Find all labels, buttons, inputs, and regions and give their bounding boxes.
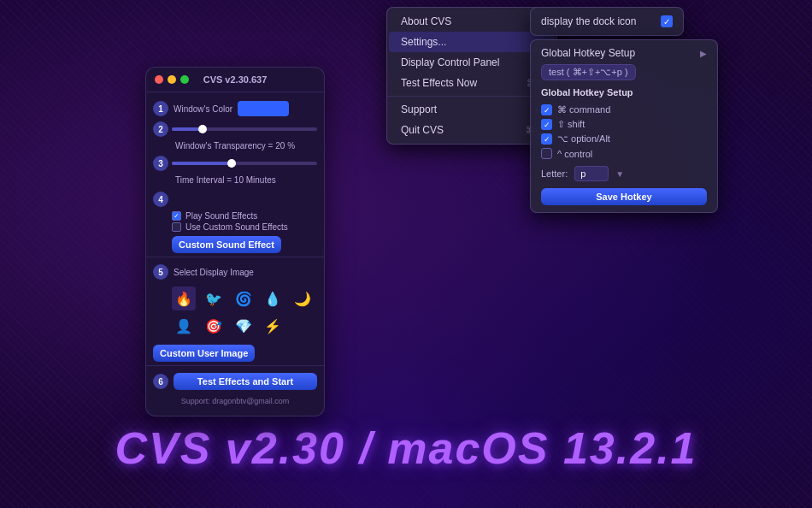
minimize-button[interactable]: [168, 75, 176, 84]
titlebar: CVS v2.30.637: [146, 68, 324, 92]
hotkey-badge-row: test ( ⌘+⇧+⌥+p ): [541, 64, 707, 80]
hotkey-control-label: ^ control: [557, 149, 592, 159]
step-2-section: 2 Window's Transparency = 20 %: [146, 120, 324, 154]
play-sound-label: Play Sound Effects: [185, 211, 257, 221]
main-panel: CVS v2.30.637 1 Window's Color 2 Window'…: [145, 67, 325, 416]
chevron-down-icon[interactable]: ▼: [615, 169, 624, 179]
menu-settings-label: Settings...: [401, 36, 446, 48]
step-5-label: Select Display Image: [174, 268, 254, 277]
interval-label: Time Interval = 10 Minutes: [175, 175, 276, 185]
dock-icon-checkbox[interactable]: ✓: [661, 15, 673, 27]
test-effects-button[interactable]: Test Effects and Start: [174, 373, 317, 390]
use-custom-label: Use Custom Sound Effects: [185, 222, 288, 232]
color-swatch[interactable]: [238, 101, 289, 116]
panel-title: CVS v2.30.637: [203, 74, 268, 85]
dock-icon-row: display the dock icon ✓: [541, 13, 673, 30]
hotkey-command-check[interactable]: ✓: [541, 104, 552, 115]
step-5-row: 5 Select Display Image: [146, 261, 324, 283]
hotkey-control-check[interactable]: [541, 148, 552, 159]
hotkey-command-label: ⌘ command: [557, 104, 610, 115]
transparency-label: Window's Transparency = 20 %: [175, 141, 295, 151]
hotkey-menu-label: Global Hotkey Setup: [541, 47, 635, 59]
hotkey-option-row: ✓ ⌥ option/Alt: [541, 132, 707, 146]
image-cell-moon[interactable]: 🌙: [291, 286, 315, 310]
use-custom-checkbox[interactable]: [172, 222, 181, 232]
submenu-hotkey: Global Hotkey Setup ▶ test ( ⌘+⇧+⌥+p ) G…: [530, 39, 718, 213]
menu-quit-label: Quit CVS: [401, 124, 444, 136]
image-cell-bird[interactable]: 🐦: [202, 286, 226, 310]
step-6-badge: 6: [153, 374, 168, 389]
menu-test-label: Test Effects Now: [401, 77, 477, 89]
image-cell-spiral[interactable]: 🌀: [232, 286, 256, 310]
play-sound-row: Play Sound Effects: [146, 210, 324, 222]
menu-support-label: Support: [401, 103, 437, 115]
hotkey-letter-label: Letter:: [541, 168, 568, 179]
step-1-row: 1 Window's Color: [146, 97, 324, 120]
hotkey-control-row: ^ control: [541, 146, 707, 161]
dock-icon-label: display the dock icon: [541, 15, 636, 27]
maximize-button[interactable]: [180, 75, 189, 84]
hotkey-menu-chevron: ▶: [700, 49, 707, 58]
main-title: CVS v2.30 / macOS 13.2.1: [0, 422, 812, 474]
custom-sound-button[interactable]: Custom Sound Effect: [172, 236, 281, 253]
hotkey-option-label: ⌥ option/Alt: [557, 133, 610, 145]
step-5-badge: 5: [153, 264, 168, 280]
menu-about-label: About CVS: [401, 15, 451, 27]
image-cell-bolt[interactable]: ⚡: [261, 314, 285, 338]
hotkey-shift-row: ✓ ⇧ shift: [541, 117, 707, 132]
custom-image-button[interactable]: Custom User Image: [153, 345, 255, 362]
image-cell-target[interactable]: 🎯: [202, 314, 226, 338]
hotkey-command-row: ✓ ⌘ command: [541, 103, 707, 117]
step-6-row: 6 Test Effects and Start: [146, 369, 324, 393]
step-3-section: 3 Time Interval = 10 Minutes: [146, 154, 324, 188]
close-button[interactable]: [155, 75, 163, 84]
image-cell-user[interactable]: 👤: [172, 314, 196, 338]
hotkey-panel-title: Global Hotkey Setup: [541, 87, 707, 97]
hotkey-shift-check[interactable]: ✓: [541, 119, 552, 130]
interval-slider[interactable]: [172, 162, 317, 165]
menu-display-label: Display Control Panel: [401, 56, 499, 68]
step-4-row: 4: [146, 188, 324, 210]
hotkey-shift-label: ⇧ shift: [557, 119, 585, 130]
submenu-dock: display the dock icon ✓: [530, 7, 684, 36]
image-cell-flame[interactable]: 🔥: [172, 286, 196, 310]
image-grid: 🔥 🐦 🌀 💧 🌙 👤 🎯 💎 ⚡: [146, 283, 324, 341]
hotkey-inline-row: Global Hotkey Setup ▶: [541, 47, 707, 59]
step-3-badge: 3: [153, 156, 168, 171]
step-4-badge: 4: [153, 192, 168, 207]
step-2-slider-container: 2: [153, 121, 317, 137]
save-hotkey-button[interactable]: Save Hotkey: [541, 188, 707, 205]
hotkey-letter-input[interactable]: [574, 166, 609, 181]
step-2-badge: 2: [153, 121, 168, 137]
use-custom-row: Use Custom Sound Effects: [146, 222, 324, 233]
step-1-badge: 1: [153, 101, 168, 116]
play-sound-checkbox[interactable]: [172, 211, 181, 221]
hotkey-letter-row: Letter: ▼: [541, 166, 707, 181]
image-cell-drop[interactable]: 💧: [261, 286, 285, 310]
image-cell-gem[interactable]: 💎: [232, 314, 256, 338]
hotkey-badge: test ( ⌘+⇧+⌥+p ): [541, 64, 636, 80]
step-1-label: Window's Color: [174, 104, 232, 114]
support-text: Support: dragonbtv@gmail.com: [146, 393, 324, 405]
traffic-lights: [155, 75, 189, 84]
hotkey-option-check[interactable]: ✓: [541, 133, 552, 145]
transparency-slider[interactable]: [172, 127, 317, 131]
step-3-slider-container: 3: [153, 156, 317, 171]
